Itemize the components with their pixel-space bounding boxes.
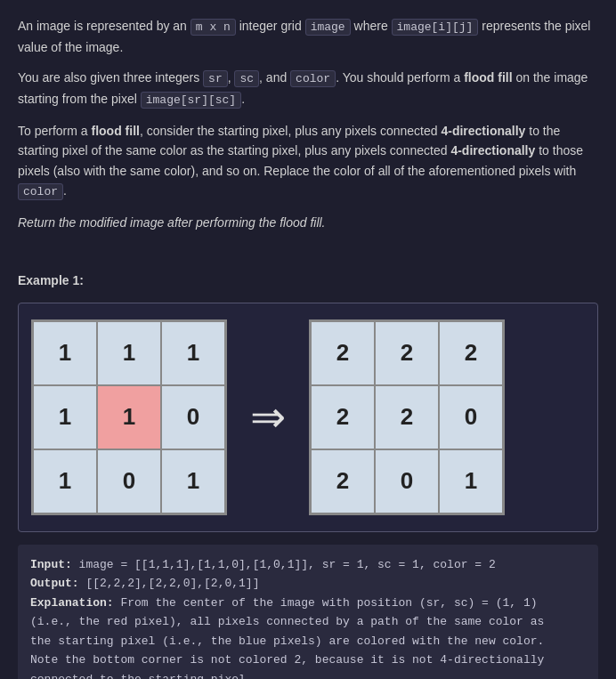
grid-after-cell: 2: [439, 321, 503, 385]
grid-before: 111110101: [31, 319, 227, 515]
p2-text-before: You are also given three integers: [18, 70, 203, 85]
p1-text-mid1: integer grid: [236, 19, 305, 33]
p2-code3: color: [290, 70, 336, 87]
p3-bold1: flood fill: [91, 124, 139, 138]
grid-after-cell: 1: [439, 449, 503, 513]
p2-code1: sr: [203, 70, 228, 87]
grid-after-cell: 2: [375, 321, 439, 385]
output-line: Output: [[2,2,2],[2,2,0],[2,0,1]]: [30, 574, 586, 593]
p1-text-before: An image is represented by an: [18, 19, 190, 33]
input-label: Input:: [30, 558, 72, 571]
grid-after-cell: 2: [311, 449, 375, 513]
output-value: [[2,2,2],[2,2,0],[2,0,1]]: [79, 577, 260, 590]
grid-before-cell: 1: [33, 385, 97, 449]
explanation-box: Input: image = [[1,1,1],[1,1,0],[1,0,1]]…: [18, 545, 598, 679]
explanation-label: Explanation:: [30, 596, 114, 610]
p3-text-before: To perform a: [18, 124, 91, 138]
explanation-line: Explanation: From the center of the imag…: [30, 594, 586, 679]
example-container: 111110101 ⇒ 222220201: [18, 303, 598, 532]
input-line: Input: image = [[1,1,1],[1,1,0],[1,0,1]]…: [30, 555, 586, 574]
grid-after-cell: 2: [375, 385, 439, 449]
grid-before-cell: 1: [161, 449, 225, 513]
p1-code3: image[i][j]: [392, 19, 479, 36]
grid-after-cell: 0: [375, 449, 439, 513]
p3-bold3: 4-directionally: [450, 143, 535, 158]
grid-before-cell: 0: [97, 449, 161, 513]
p2-sep2: , and: [259, 70, 290, 85]
grid-after: 222220201: [309, 319, 505, 515]
p4-italic: Return the modified image after performi…: [18, 215, 326, 230]
p3-text-after: .: [63, 183, 67, 198]
p2-code2: sc: [234, 70, 259, 87]
grid-before-cell: 1: [33, 321, 97, 385]
paragraph-2: You are also given three integers sr, sc…: [18, 68, 598, 110]
output-label: Output:: [30, 577, 79, 590]
p2-text-after: .: [241, 92, 245, 106]
p1-code1: m x n: [190, 19, 236, 36]
p2-bold1: flood fill: [464, 70, 512, 85]
grid-before-cell: 1: [33, 449, 97, 513]
p2-text-mid3: . You should perform a: [336, 70, 464, 85]
grid-before-cell: 1: [161, 321, 225, 385]
grid-after-cell: 0: [439, 385, 503, 449]
p3-text-mid1: , consider the starting pixel, plus any …: [140, 124, 442, 138]
grid-after-cell: 2: [311, 385, 375, 449]
grid-before-cell: 1: [97, 385, 161, 449]
arrow-icon: ⇒: [243, 385, 293, 449]
grid-before-cell: 1: [97, 321, 161, 385]
p1-text-mid2: where: [351, 19, 392, 33]
example-section: Example 1: 111110101 ⇒ 222220201 Input: …: [18, 271, 598, 679]
grids-row: 111110101 ⇒ 222220201: [31, 319, 585, 515]
grid-after-cell: 2: [311, 321, 375, 385]
example-title: Example 1:: [18, 271, 598, 290]
grid-before-cell: 0: [161, 385, 225, 449]
paragraph-1: An image is represented by an m x n inte…: [18, 16, 598, 57]
p3-bold2: 4-directionally: [441, 124, 525, 138]
p1-code2: image: [305, 19, 351, 36]
paragraph-3: To perform a flood fill, consider the st…: [18, 121, 598, 202]
p3-code1: color: [18, 183, 63, 200]
input-value: image = [[1,1,1],[1,1,0],[1,0,1]], sr = …: [72, 558, 496, 571]
paragraph-4: Return the modified image after performi…: [18, 213, 598, 232]
p2-code4: image[sr][sc]: [141, 92, 241, 109]
